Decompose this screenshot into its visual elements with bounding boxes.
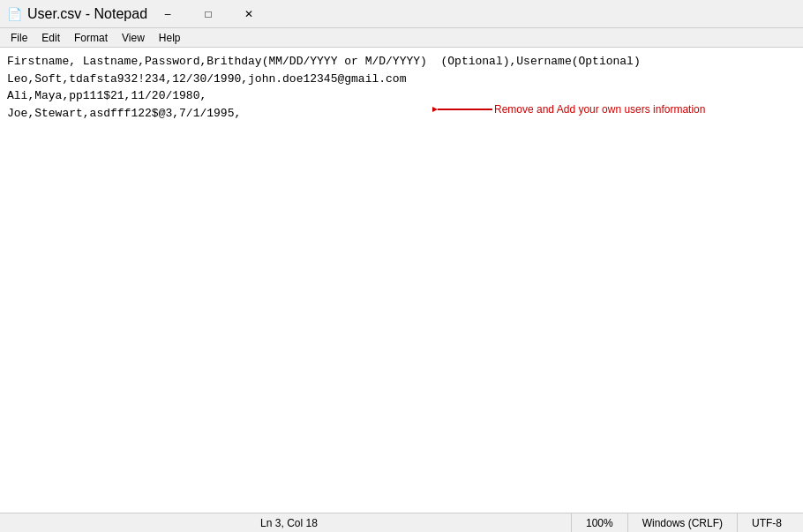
status-bar: Ln 3, Col 18 100% Windows (CRLF) UTF-8 [0, 513, 803, 532]
title-bar: 📄 User.csv - Notepad – □ ✕ [0, 0, 803, 28]
menu-format[interactable]: Format [67, 30, 115, 46]
line-ending: Windows (CRLF) [627, 513, 737, 532]
menu-view[interactable]: View [115, 30, 152, 46]
menu-edit[interactable]: Edit [34, 30, 67, 46]
menu-help[interactable]: Help [152, 30, 188, 46]
editor-container: Remove and Add your own users informatio… [0, 48, 803, 513]
cursor-position: Ln 3, Col 18 [7, 513, 571, 532]
zoom-level: 100% [571, 513, 627, 532]
window-controls: – □ ✕ [147, 0, 269, 28]
menu-file[interactable]: File [4, 30, 34, 46]
window-title: User.csv - Notepad [27, 6, 147, 22]
text-editor[interactable] [0, 48, 803, 513]
encoding: UTF-8 [737, 513, 796, 532]
minimize-button[interactable]: – [147, 0, 188, 28]
menu-bar: File Edit Format View Help [0, 28, 803, 48]
app-icon: 📄 [7, 7, 22, 21]
close-button[interactable]: ✕ [229, 0, 269, 28]
maximize-button[interactable]: □ [188, 0, 229, 28]
